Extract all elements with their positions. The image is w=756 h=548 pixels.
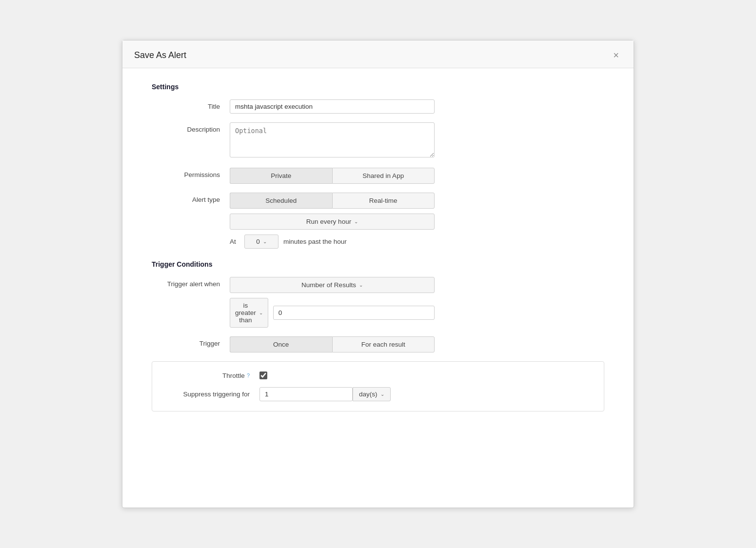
run-schedule-dropdown[interactable]: Run every hour ⌄ [230,214,435,230]
title-input[interactable] [230,99,435,114]
trigger-label: Trigger [152,336,230,347]
trigger-alert-when-row: Trigger alert when Number of Results ⌄ i… [152,277,604,328]
title-row: Title [152,99,604,114]
section-divider: Trigger Conditions [152,260,604,268]
trigger-section-title: Trigger Conditions [152,260,604,268]
trigger-type-control-area: Once For each result [230,336,604,352]
suppress-value-input[interactable] [259,387,353,401]
dialog-title: Save As Alert [134,50,186,60]
permissions-label: Permissions [152,168,230,178]
trigger-once-button[interactable]: Once [230,336,332,352]
minutes-chevron-icon: ⌄ [263,239,267,244]
condition-operator-chevron-icon: ⌄ [259,310,263,315]
permissions-private-button[interactable]: Private [230,168,332,184]
condition-value-input[interactable] [273,306,435,320]
suppress-unit-dropdown[interactable]: day(s) ⌄ [353,387,391,401]
trigger-each-button[interactable]: For each result [332,336,435,352]
alert-scheduled-button[interactable]: Scheduled [230,193,332,209]
suppress-label: Suppress triggering for [152,391,259,398]
alert-type-control-area: Scheduled Real-time Run every hour ⌄ At … [230,193,604,249]
settings-section-title: Settings [152,83,604,91]
at-label: At [230,238,239,245]
permissions-toggle-group: Private Shared in App [230,168,435,184]
dialog-header: Save As Alert × [122,40,634,68]
title-label: Title [152,99,230,110]
trigger-control-area: Number of Results ⌄ is greater than ⌄ [230,277,604,328]
throttle-label: Throttle ? [152,372,259,379]
save-as-alert-dialog: Save As Alert × Settings Title Descripti… [122,40,634,508]
condition-operator-dropdown[interactable]: is greater than ⌄ [230,298,268,328]
permissions-control-area: Private Shared in App [230,168,604,184]
alert-type-toggle-group: Scheduled Real-time [230,193,435,209]
description-control-area [230,122,604,159]
suppress-control-area: day(s) ⌄ [259,387,391,401]
condition-type-dropdown[interactable]: Number of Results ⌄ [230,277,435,293]
run-schedule-chevron-icon: ⌄ [354,219,358,224]
alert-type-label: Alert type [152,193,230,203]
trigger-row: Trigger Once For each result [152,336,604,352]
throttle-row: Throttle ? [152,372,604,379]
condition-row: is greater than ⌄ [230,298,435,328]
throttle-checkbox-wrap [259,372,267,379]
trigger-alert-when-label: Trigger alert when [152,277,230,288]
close-button[interactable]: × [610,49,622,61]
alert-type-row: Alert type Scheduled Real-time Run every… [152,193,604,249]
throttle-section: Throttle ? Suppress triggering for day(s… [152,361,604,411]
minutes-label: minutes past the hour [283,238,347,245]
suppress-unit-chevron-icon: ⌄ [380,391,384,397]
trigger-type-toggle-group: Once For each result [230,336,435,352]
permissions-row: Permissions Private Shared in App [152,168,604,184]
minutes-dropdown[interactable]: 0 ⌄ [244,235,279,249]
throttle-checkbox[interactable] [259,372,267,379]
permissions-shared-button[interactable]: Shared in App [332,168,435,184]
suppress-row: Suppress triggering for day(s) ⌄ [152,387,604,401]
description-row: Description [152,122,604,159]
at-row: At 0 ⌄ minutes past the hour [230,235,604,249]
description-input[interactable] [230,122,435,157]
condition-type-chevron-icon: ⌄ [359,282,363,288]
title-control-area [230,99,604,114]
alert-realtime-button[interactable]: Real-time [332,193,435,209]
description-label: Description [152,122,230,133]
dialog-body: Settings Title Description Permissions P… [122,68,634,508]
